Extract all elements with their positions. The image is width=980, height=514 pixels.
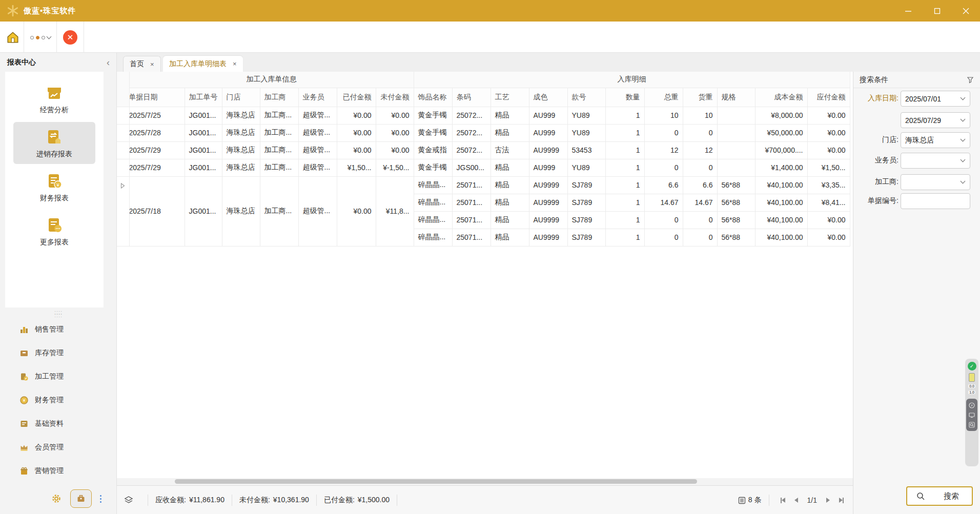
table-cell[interactable]: 1 (605, 124, 644, 141)
table-cell[interactable]: 6.6 (683, 176, 717, 194)
table-cell[interactable]: 加工商... (260, 141, 298, 159)
sidebar-item-business-analysis[interactable]: 经营分析 (13, 78, 95, 120)
search-button[interactable]: 搜索 (906, 486, 973, 506)
table-cell[interactable]: SJ789 (567, 211, 605, 229)
collapse-sidebar-icon[interactable]: ‹ (107, 58, 110, 67)
table-row[interactable]: 2025/7/25JG001...海珠总店加工商...超级管...¥0.00¥0… (117, 107, 850, 124)
table-cell[interactable]: 精品 (491, 211, 529, 229)
inbound-date-to-select[interactable]: 2025/07/29 (901, 112, 970, 128)
table-cell[interactable]: 古法 (491, 141, 529, 159)
table-cell[interactable]: 加工商... (260, 107, 298, 124)
table-cell[interactable]: ¥1,50... (337, 159, 376, 176)
table-cell[interactable]: 超级管... (298, 107, 337, 124)
table-cell[interactable]: 1 (605, 194, 644, 211)
table-cell[interactable]: 0 (644, 229, 683, 246)
table-cell[interactable]: ¥0.00 (337, 141, 376, 159)
table-cell[interactable]: 56*88 (717, 229, 755, 246)
close-all-tabs-button[interactable]: ✕ (63, 30, 77, 45)
column-header[interactable]: 单据日期 (129, 88, 185, 107)
table-cell[interactable]: 10 (644, 107, 683, 124)
table-cell[interactable]: AU999 (529, 159, 567, 176)
horizontal-scrollbar[interactable] (117, 478, 853, 485)
screenshot-search-icon[interactable] (969, 421, 975, 428)
table-cell[interactable]: ¥40,100.00 (755, 194, 807, 211)
tab-home[interactable]: 首页 × (123, 56, 161, 72)
table-cell[interactable]: ¥8,41... (807, 194, 850, 211)
table-cell[interactable]: 1 (605, 176, 644, 194)
table-row[interactable]: 2025/7/18JG001...海珠总店加工商...超级管...¥0.00¥1… (117, 176, 850, 194)
table-cell[interactable]: 精品 (491, 194, 529, 211)
table-cell[interactable]: ¥40,100.00 (755, 176, 807, 194)
column-header[interactable]: 未付金额 (376, 88, 414, 107)
prev-page-button[interactable] (790, 494, 803, 507)
column-header[interactable]: 条码 (452, 88, 491, 107)
column-header[interactable]: 成本金额 (755, 88, 807, 107)
table-cell[interactable]: 25071... (452, 229, 491, 246)
first-page-button[interactable] (777, 494, 790, 507)
store-select[interactable]: 海珠总店 (901, 132, 970, 148)
table-cell[interactable]: 碎晶晶... (414, 229, 452, 246)
layers-icon[interactable] (124, 496, 133, 505)
table-cell[interactable]: 25072... (452, 124, 491, 141)
order-number-input[interactable] (901, 193, 970, 209)
expand-row-icon[interactable] (120, 183, 125, 189)
salesperson-select[interactable] (901, 153, 970, 169)
table-cell[interactable] (717, 107, 755, 124)
processor-select[interactable] (901, 174, 970, 190)
table-cell[interactable]: ¥0.00 (337, 176, 376, 246)
table-cell[interactable]: 海珠总店 (222, 176, 260, 246)
table-cell[interactable]: 精品 (491, 124, 529, 141)
table-cell[interactable]: ¥0.00 (807, 229, 850, 246)
table-cell[interactable]: 25072... (452, 107, 491, 124)
table-cell[interactable]: 53453 (567, 141, 605, 159)
table-cell[interactable]: 12 (683, 141, 717, 159)
table-cell[interactable]: SJ789 (567, 176, 605, 194)
table-cell[interactable]: 加工商... (260, 176, 298, 246)
table-cell[interactable]: AU9999 (529, 176, 567, 194)
sidebar-item-inventory-reports[interactable]: 进销存报表 (13, 122, 95, 164)
close-tab-icon[interactable]: × (233, 60, 237, 68)
table-cell[interactable]: 精品 (491, 176, 529, 194)
table-cell[interactable]: 超级管... (298, 159, 337, 176)
table-cell[interactable]: ¥8,000.00 (755, 107, 807, 124)
toolbox-button[interactable] (70, 489, 92, 508)
table-cell[interactable]: ¥700,000.... (755, 141, 807, 159)
next-page-button[interactable] (821, 494, 834, 507)
column-header[interactable]: 货重 (683, 88, 717, 107)
table-cell[interactable]: AU9999 (529, 211, 567, 229)
table-cell[interactable]: YU89 (567, 107, 605, 124)
table-cell[interactable]: 6.6 (644, 176, 683, 194)
table-cell[interactable]: ¥0.00 (376, 124, 414, 141)
table-cell[interactable]: 加工商... (260, 124, 298, 141)
table-cell[interactable]: 2025/7/18 (129, 176, 185, 246)
table-cell[interactable]: 精品 (491, 229, 529, 246)
table-row[interactable]: 2025/7/29JG001...海珠总店加工商...超级管...¥1,50..… (117, 159, 850, 176)
table-cell[interactable]: 0 (683, 159, 717, 176)
table-cell[interactable]: 海珠总店 (222, 107, 260, 124)
column-header[interactable]: 应付金额 (807, 88, 850, 107)
table-cell[interactable]: 25071... (452, 176, 491, 194)
table-cell[interactable]: SJ789 (567, 229, 605, 246)
boost-icon[interactable] (969, 402, 975, 408)
table-cell[interactable]: 0 (644, 211, 683, 229)
table-cell[interactable]: 0 (683, 124, 717, 141)
sidebar-item-finance-management[interactable]: ¥ 财务管理 (0, 388, 117, 412)
table-cell[interactable]: 0 (644, 124, 683, 141)
table-cell[interactable]: 碎晶晶... (414, 211, 452, 229)
table-cell[interactable]: ¥0.00 (376, 141, 414, 159)
table-cell[interactable]: JG001... (185, 107, 222, 124)
table-cell[interactable]: ¥0.00 (337, 124, 376, 141)
table-cell[interactable]: AU9999 (529, 229, 567, 246)
table-cell[interactable]: 海珠总店 (222, 124, 260, 141)
sidebar-item-basic-data[interactable]: 基础资料 (0, 412, 117, 436)
table-cell[interactable]: 1 (605, 229, 644, 246)
table-cell[interactable]: ¥50,000.00 (755, 124, 807, 141)
sidebar-item-more-reports[interactable]: 更多报表 (13, 210, 95, 252)
column-header[interactable]: 工艺 (491, 88, 529, 107)
recent-menus-dropdown[interactable] (28, 31, 53, 44)
table-cell[interactable]: 加工商... (260, 159, 298, 176)
table-cell[interactable]: ¥40,100.00 (755, 229, 807, 246)
column-header[interactable]: 业务员 (298, 88, 337, 107)
table-cell[interactable]: 碎晶晶... (414, 194, 452, 211)
table-cell[interactable]: 1 (605, 141, 644, 159)
